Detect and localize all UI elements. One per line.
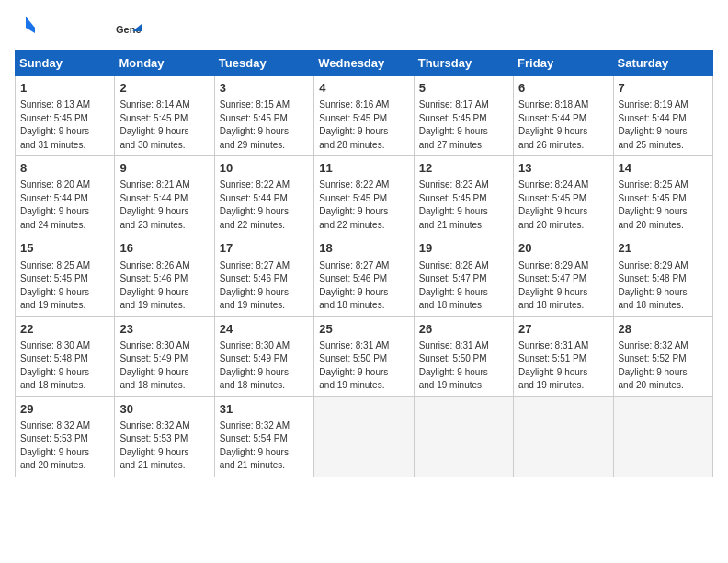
- day-number: 14: [619, 160, 708, 177]
- day-number: 24: [220, 321, 309, 338]
- day-number: 3: [220, 80, 309, 97]
- day-info: Sunrise: 8:24 AM Sunset: 5:45 PM Dayligh…: [518, 178, 608, 232]
- day-number: 28: [619, 321, 708, 338]
- calendar-cell: 29Sunrise: 8:32 AM Sunset: 5:53 PM Dayli…: [16, 396, 115, 477]
- calendar-cell: 1Sunrise: 8:13 AM Sunset: 5:45 PM Daylig…: [16, 76, 115, 156]
- day-number: 25: [319, 321, 408, 338]
- calendar-cell: 21Sunrise: 8:29 AM Sunset: 5:48 PM Dayli…: [613, 236, 712, 316]
- calendar-cell: 25Sunrise: 8:31 AM Sunset: 5:50 PM Dayli…: [314, 316, 414, 396]
- calendar-cell: 8Sunrise: 8:20 AM Sunset: 5:44 PM Daylig…: [16, 156, 115, 236]
- day-number: 4: [319, 80, 408, 97]
- weekday-header-row: SundayMondayTuesdayWednesdayThursdayFrid…: [16, 51, 713, 76]
- day-number: 29: [20, 401, 109, 418]
- calendar-cell: 26Sunrise: 8:31 AM Sunset: 5:50 PM Dayli…: [414, 316, 513, 396]
- calendar-week-row-5: 29Sunrise: 8:32 AM Sunset: 5:53 PM Dayli…: [16, 396, 713, 477]
- day-number: 19: [419, 240, 508, 257]
- day-info: Sunrise: 8:32 AM Sunset: 5:52 PM Dayligh…: [619, 339, 708, 393]
- day-info: Sunrise: 8:14 AM Sunset: 5:45 PM Dayligh…: [119, 98, 209, 152]
- day-info: Sunrise: 8:17 AM Sunset: 5:45 PM Dayligh…: [419, 98, 508, 152]
- calendar-cell: 24Sunrise: 8:30 AM Sunset: 5:49 PM Dayli…: [214, 316, 313, 396]
- day-info: Sunrise: 8:13 AM Sunset: 5:45 PM Dayligh…: [20, 98, 109, 152]
- day-info: Sunrise: 8:20 AM Sunset: 5:44 PM Dayligh…: [20, 178, 109, 232]
- day-info: Sunrise: 8:25 AM Sunset: 5:45 PM Dayligh…: [619, 178, 708, 232]
- calendar-cell: [414, 396, 513, 477]
- calendar-cell: 9Sunrise: 8:21 AM Sunset: 5:44 PM Daylig…: [115, 156, 214, 236]
- logo-triangle-icon: [17, 15, 35, 33]
- day-number: 27: [518, 321, 608, 338]
- weekday-header-thursday: Thursday: [414, 51, 513, 76]
- day-info: Sunrise: 8:30 AM Sunset: 5:49 PM Dayligh…: [220, 339, 309, 393]
- day-number: 1: [20, 80, 109, 97]
- day-info: Sunrise: 8:25 AM Sunset: 5:45 PM Dayligh…: [20, 259, 109, 313]
- logo: General: [116, 15, 142, 40]
- day-number: 26: [419, 321, 508, 338]
- day-info: Sunrise: 8:27 AM Sunset: 5:46 PM Dayligh…: [220, 259, 309, 313]
- day-info: Sunrise: 8:31 AM Sunset: 5:50 PM Dayligh…: [419, 339, 508, 393]
- calendar-cell: 22Sunrise: 8:30 AM Sunset: 5:48 PM Dayli…: [16, 316, 115, 396]
- calendar-cell: 13Sunrise: 8:24 AM Sunset: 5:45 PM Dayli…: [514, 156, 613, 236]
- day-number: 22: [20, 321, 109, 338]
- logo-icon: General: [116, 15, 142, 40]
- calendar-cell: 7Sunrise: 8:19 AM Sunset: 5:44 PM Daylig…: [613, 76, 712, 156]
- calendar-cell: 14Sunrise: 8:25 AM Sunset: 5:45 PM Dayli…: [613, 156, 712, 236]
- calendar-cell: 23Sunrise: 8:30 AM Sunset: 5:49 PM Dayli…: [115, 316, 214, 396]
- day-number: 23: [119, 321, 209, 338]
- calendar-cell: 3Sunrise: 8:15 AM Sunset: 5:45 PM Daylig…: [214, 76, 313, 156]
- calendar-cell: 10Sunrise: 8:22 AM Sunset: 5:44 PM Dayli…: [214, 156, 313, 236]
- day-info: Sunrise: 8:32 AM Sunset: 5:53 PM Dayligh…: [20, 419, 109, 473]
- day-number: 30: [119, 401, 209, 418]
- calendar-cell: [613, 396, 712, 477]
- day-number: 10: [220, 160, 309, 177]
- weekday-header-monday: Monday: [115, 51, 214, 76]
- day-info: Sunrise: 8:22 AM Sunset: 5:44 PM Dayligh…: [220, 178, 309, 232]
- calendar-table: SundayMondayTuesdayWednesdayThursdayFrid…: [15, 50, 713, 477]
- calendar-cell: 16Sunrise: 8:26 AM Sunset: 5:46 PM Dayli…: [115, 236, 214, 316]
- calendar-cell: 6Sunrise: 8:18 AM Sunset: 5:44 PM Daylig…: [514, 76, 613, 156]
- day-info: Sunrise: 8:30 AM Sunset: 5:48 PM Dayligh…: [20, 339, 109, 393]
- day-info: Sunrise: 8:31 AM Sunset: 5:50 PM Dayligh…: [319, 339, 408, 393]
- day-number: 15: [20, 240, 109, 257]
- calendar-cell: [514, 396, 613, 477]
- calendar-cell: 11Sunrise: 8:22 AM Sunset: 5:45 PM Dayli…: [314, 156, 414, 236]
- day-info: Sunrise: 8:32 AM Sunset: 5:54 PM Dayligh…: [220, 419, 309, 473]
- calendar-cell: 31Sunrise: 8:32 AM Sunset: 5:54 PM Dayli…: [214, 396, 313, 477]
- calendar-cell: 5Sunrise: 8:17 AM Sunset: 5:45 PM Daylig…: [414, 76, 513, 156]
- day-number: 6: [518, 80, 608, 97]
- day-info: Sunrise: 8:22 AM Sunset: 5:45 PM Dayligh…: [319, 178, 408, 232]
- logo-text-area: [15, 15, 35, 33]
- day-info: Sunrise: 8:30 AM Sunset: 5:49 PM Dayligh…: [119, 339, 209, 393]
- day-info: Sunrise: 8:21 AM Sunset: 5:44 PM Dayligh…: [119, 178, 209, 232]
- weekday-header-sunday: Sunday: [16, 51, 115, 76]
- calendar-cell: [314, 396, 414, 477]
- weekday-header-wednesday: Wednesday: [314, 51, 414, 76]
- day-info: Sunrise: 8:27 AM Sunset: 5:46 PM Dayligh…: [319, 259, 408, 313]
- page-header: General: [15, 15, 713, 40]
- day-info: Sunrise: 8:23 AM Sunset: 5:45 PM Dayligh…: [419, 178, 508, 232]
- calendar-cell: 15Sunrise: 8:25 AM Sunset: 5:45 PM Dayli…: [16, 236, 115, 316]
- day-info: Sunrise: 8:32 AM Sunset: 5:53 PM Dayligh…: [119, 419, 209, 473]
- day-number: 18: [319, 240, 408, 257]
- calendar-cell: 4Sunrise: 8:16 AM Sunset: 5:45 PM Daylig…: [314, 76, 414, 156]
- calendar-cell: 27Sunrise: 8:31 AM Sunset: 5:51 PM Dayli…: [514, 316, 613, 396]
- weekday-header-saturday: Saturday: [613, 51, 712, 76]
- calendar-week-row-1: 1Sunrise: 8:13 AM Sunset: 5:45 PM Daylig…: [16, 76, 713, 156]
- day-number: 2: [119, 80, 209, 97]
- day-number: 20: [518, 240, 608, 257]
- calendar-cell: 19Sunrise: 8:28 AM Sunset: 5:47 PM Dayli…: [414, 236, 513, 316]
- calendar-cell: 2Sunrise: 8:14 AM Sunset: 5:45 PM Daylig…: [115, 76, 214, 156]
- calendar-cell: 18Sunrise: 8:27 AM Sunset: 5:46 PM Dayli…: [314, 236, 414, 316]
- svg-marker-2: [26, 17, 35, 33]
- calendar-cell: 12Sunrise: 8:23 AM Sunset: 5:45 PM Dayli…: [414, 156, 513, 236]
- day-info: Sunrise: 8:15 AM Sunset: 5:45 PM Dayligh…: [220, 98, 309, 152]
- day-number: 17: [220, 240, 309, 257]
- calendar-week-row-2: 8Sunrise: 8:20 AM Sunset: 5:44 PM Daylig…: [16, 156, 713, 236]
- day-number: 31: [220, 401, 309, 418]
- day-number: 7: [619, 80, 708, 97]
- day-info: Sunrise: 8:31 AM Sunset: 5:51 PM Dayligh…: [518, 339, 608, 393]
- day-number: 9: [119, 160, 209, 177]
- calendar-cell: 20Sunrise: 8:29 AM Sunset: 5:47 PM Dayli…: [514, 236, 613, 316]
- calendar-week-row-3: 15Sunrise: 8:25 AM Sunset: 5:45 PM Dayli…: [16, 236, 713, 316]
- day-info: Sunrise: 8:18 AM Sunset: 5:44 PM Dayligh…: [518, 98, 608, 152]
- day-number: 13: [518, 160, 608, 177]
- weekday-header-tuesday: Tuesday: [214, 51, 313, 76]
